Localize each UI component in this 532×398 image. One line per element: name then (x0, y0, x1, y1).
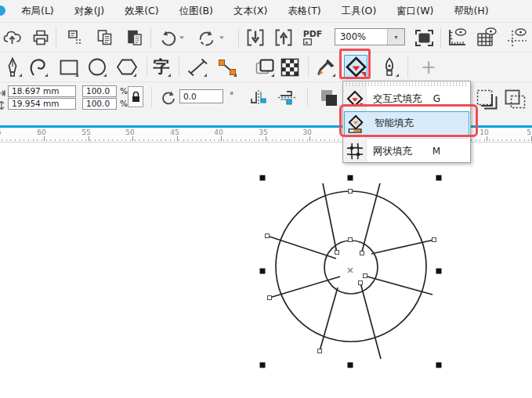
menu-item-shortcut: G (433, 93, 440, 104)
menu-item-mesh-fill[interactable]: 网状填充 M (343, 140, 470, 162)
menu-item-label: 交互式填充 (373, 92, 422, 106)
smart-fill-icon (345, 114, 367, 133)
menu-item-shortcut: M (432, 146, 440, 157)
interactive-fill-icon (343, 90, 366, 107)
app-window: 布局(L) 对象(J) 效果(C) 位图(B) 文本(X) 表格(T) 工具(O… (0, 0, 532, 398)
wheel-drawing[interactable] (0, 0, 532, 398)
menu-item-label: 网状填充 (373, 145, 412, 158)
menu-item-interactive-fill[interactable]: 交互式填充 G (343, 87, 470, 110)
menu-item-smart-fill[interactable]: 智能填充 (344, 111, 469, 136)
menu-separator (352, 138, 469, 139)
mesh-fill-icon (343, 143, 366, 160)
menu-item-label: 智能填充 (375, 117, 414, 130)
fill-flyout-menu: 交互式填充 G 智能填充 (342, 81, 471, 163)
